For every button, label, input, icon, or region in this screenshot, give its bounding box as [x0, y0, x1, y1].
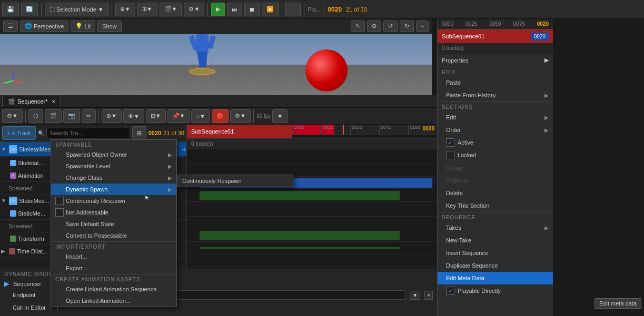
- step-btn[interactable]: ⏭: [227, 3, 242, 16]
- frame-display[interactable]: 0020: [328, 6, 342, 13]
- timeline-row-8: [187, 254, 437, 267]
- cam-btn[interactable]: 🎬▼: [160, 3, 182, 16]
- filter-btn[interactable]: ⊞: [132, 126, 146, 140]
- ctx-cont-respawn-label: Continuously Respawn: [182, 178, 242, 184]
- rp-keythis-item[interactable]: Key This Section: [438, 199, 553, 212]
- ctx-open-linked-check: [55, 297, 64, 305]
- show-btn[interactable]: Show: [97, 21, 122, 32]
- ctx-create-linked[interactable]: Create Linked Animation Sequence: [51, 283, 176, 295]
- vp-add[interactable]: +: [416, 21, 429, 32]
- seq-edit-btn[interactable]: ✏: [82, 109, 96, 123]
- selection-mode-btn[interactable]: ⬚ Selection Mode ▼: [45, 3, 108, 16]
- ctx-import[interactable]: Import...: [51, 251, 176, 262]
- grid-btn[interactable]: ⊞▼: [137, 3, 157, 16]
- ctx-convert-possessable[interactable]: Convert to Possessable: [51, 230, 176, 241]
- rp-order-item[interactable]: Order ▶: [438, 124, 553, 136]
- rp-dupseq-item[interactable]: Duplicate Sequence: [438, 259, 553, 272]
- seq-close-btn[interactable]: ×: [52, 98, 55, 105]
- rp-locked-item[interactable]: Locked: [438, 149, 553, 161]
- ctx-save-default-check: [55, 220, 64, 228]
- rp-newtake-label: New Take: [446, 237, 471, 243]
- plus-icon: +: [7, 130, 10, 136]
- more-btn[interactable]: ⋮: [285, 3, 301, 16]
- seq-snap2-btn[interactable]: ⌂▼: [191, 109, 210, 123]
- rp-paste-history[interactable]: Paste From History ▶: [438, 89, 553, 101]
- spawned-block-2: [200, 231, 400, 240]
- rp-newtake-item[interactable]: New Take: [438, 234, 553, 247]
- rp-properties-item[interactable]: Properties ▶: [438, 54, 553, 67]
- expand-icon-8[interactable]: ▶: [1, 248, 7, 254]
- seq-filter-btn[interactable]: 🎬: [45, 109, 62, 123]
- ctx-net-addressable[interactable]: Net Addressable: [51, 207, 176, 218]
- expand-icon-4[interactable]: ▼: [1, 198, 7, 204]
- ctx-save-default[interactable]: Save Default State: [51, 218, 176, 230]
- rp-0025: 0025: [465, 21, 477, 27]
- ctx-spawnable-level-label: Spawnable Level: [66, 163, 110, 169]
- add-btn[interactable]: ⊕▼: [115, 3, 135, 16]
- perspective-btn[interactable]: 🌐 Perspective: [20, 21, 68, 32]
- sep6: [324, 3, 324, 16]
- vp-tool2[interactable]: ⊕: [367, 21, 381, 32]
- rp-properties-label: Properties: [442, 57, 468, 64]
- rp-playable-item[interactable]: Playable Directly: [438, 284, 553, 297]
- ctx-export-label: Export...: [66, 265, 87, 271]
- viewport-menu-btn[interactable]: ☰: [3, 21, 18, 32]
- play-btn[interactable]: ▶: [211, 3, 225, 16]
- loop-btn[interactable]: 🔼: [262, 3, 279, 16]
- tooltip: Edit meta data: [595, 298, 641, 309]
- rp-0020-badge: 0020: [531, 33, 549, 40]
- seq-extra-btn[interactable]: ⚙▼: [230, 109, 251, 123]
- db-endpoint-clear[interactable]: ×: [424, 291, 433, 300]
- db-endpoint-browse[interactable]: ▼: [410, 291, 420, 300]
- ctx-open-linked[interactable]: Open Linked Animation...: [51, 295, 176, 307]
- vp-tool4[interactable]: ↻: [400, 21, 414, 32]
- rp-edit-item[interactable]: Edit ▶: [438, 111, 553, 124]
- vp-tool3[interactable]: ↺: [383, 21, 398, 32]
- seq-more-btn[interactable]: ⊞▼: [146, 109, 166, 123]
- sequencer-tab[interactable]: 🎬 Sequencer* ×: [2, 96, 61, 107]
- ctx-cont-respawn-main[interactable]: Continuously Respawn: [51, 195, 176, 207]
- ctx-dynamic-spawn-check: [55, 185, 64, 193]
- history-btn[interactable]: 🔄: [21, 3, 38, 16]
- search-input[interactable]: [46, 128, 130, 138]
- save-btn[interactable]: 💾: [2, 3, 19, 16]
- rp-takes-item[interactable]: Takes ▶: [438, 221, 553, 234]
- lit-btn[interactable]: 💡 Lit: [71, 21, 95, 32]
- ctx-change-class[interactable]: Change Class ▶: [51, 172, 176, 184]
- rp-active-item[interactable]: Active: [438, 136, 553, 149]
- ruler-0075: 0075: [379, 125, 391, 135]
- seq-settings-btn[interactable]: ⚙▼: [2, 109, 23, 123]
- settings-btn[interactable]: ⚙▼: [184, 3, 204, 16]
- ctx-spawned-owner[interactable]: Spawned Object Owner ▶: [51, 149, 176, 160]
- ctx-spawnable-level[interactable]: Spawnable Level ▶: [51, 160, 176, 172]
- rp-editmeta-item[interactable]: Edit Meta Data: [438, 272, 553, 284]
- expand-icon-0[interactable]: ▼: [1, 146, 7, 152]
- ctx-export[interactable]: Export...: [51, 262, 176, 274]
- dynamic-spawn-submenu: Continuously Respawn: [177, 175, 293, 187]
- playhead[interactable]: [343, 125, 344, 135]
- rp-group-label: Group: [446, 165, 462, 171]
- stop-btn[interactable]: ⏹: [244, 3, 260, 16]
- seq-view-btn[interactable]: 👁▼: [123, 109, 144, 123]
- add-track-btn[interactable]: + + Track: [2, 126, 36, 140]
- seq-magnet-btn[interactable]: 🔴: [212, 109, 229, 123]
- rp-insertseq-item[interactable]: Insert Sequence: [438, 247, 553, 259]
- ctx-cont-respawn[interactable]: Continuously Respawn: [178, 175, 293, 187]
- tooltip-text: Edit meta data: [599, 300, 637, 307]
- fps-btn[interactable]: ▼: [272, 109, 288, 123]
- rp-0050: 0050: [489, 21, 501, 27]
- vp-tool1[interactable]: ↖: [351, 21, 365, 32]
- rp-paste[interactable]: Paste: [438, 76, 553, 89]
- ctx-dynamic-spawn[interactable]: Dynamic Spawn ▶: [51, 184, 176, 195]
- track-add-0[interactable]: +: [182, 145, 186, 154]
- ctx-spawned-owner-label: Spawned Object Owner: [66, 151, 127, 158]
- rp-delete-item[interactable]: Delete: [438, 187, 553, 199]
- seq-transform-btn[interactable]: ⊕▼: [102, 109, 122, 123]
- seq-cam-btn[interactable]: 📷: [63, 109, 80, 123]
- seq-snap-btn[interactable]: 📌▼: [167, 109, 190, 123]
- rp-edit-arrow: ▶: [544, 115, 549, 120]
- timeline-ruler[interactable]: 0000 0025 0050 0075 0100 0020: [292, 125, 437, 135]
- seq-key-btn[interactable]: ⬡: [28, 109, 43, 123]
- ruler-end-label: 0020: [423, 126, 434, 131]
- ctx-export-check: [55, 264, 64, 272]
